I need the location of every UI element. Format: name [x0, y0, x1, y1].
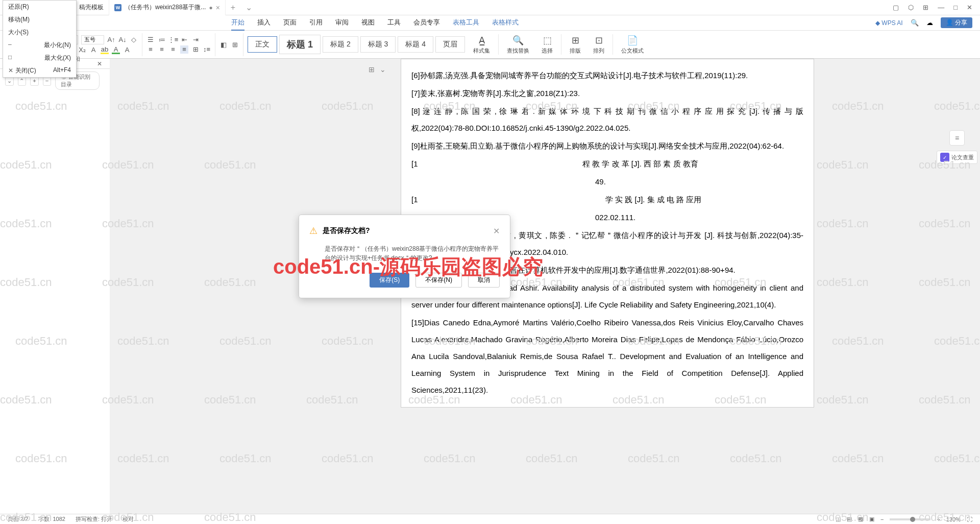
tab-modified-dot: ● — [209, 4, 212, 11]
status-words: 字数: 1082 — [38, 515, 65, 523]
select-button[interactable]: ⬚选择 — [537, 35, 557, 55]
tab-list-button[interactable]: ⌄ — [240, 3, 257, 12]
cancel-button[interactable]: 取消 — [468, 273, 500, 288]
reference-7: [7]姜末,张嘉树.宠物寄养[J].东北之窗,2018(Z1):23. — [411, 85, 803, 102]
gongwen-button[interactable]: 📄公文模式 — [617, 35, 648, 55]
tab-document[interactable]: W （任务书）weixin288基于微... ● × — [109, 0, 226, 15]
status-view3-icon[interactable]: ▦ — [858, 516, 863, 522]
dialog-close-icon[interactable]: ✕ — [493, 226, 500, 236]
close-button[interactable]: ✕ — [967, 4, 972, 11]
reference-9: [9]杜雨荃,王晓菊,田立勤.基于微信小程序的网上购物系统的设计与实现[J].网… — [411, 137, 803, 154]
style-h3[interactable]: 标题 3 — [360, 36, 396, 53]
menu-minimize[interactable]: –最小化(N) — [3, 39, 76, 52]
menu-maximize[interactable]: □最大化(X) — [3, 52, 76, 64]
clear-format-icon[interactable]: ◇ — [130, 36, 138, 44]
menu-review[interactable]: 审阅 — [335, 15, 349, 31]
menu-table-tools[interactable]: 表格工具 — [453, 15, 479, 31]
find-replace-button[interactable]: 🔍查找替换 — [503, 35, 533, 55]
align-justify-icon[interactable]: ≡ — [180, 45, 188, 54]
menu-member[interactable]: 会员专享 — [413, 15, 440, 31]
statusbar: 页面 2/2 字数: 1082 拼写检查: 打开 校对 ◫ ▤ ▦ ▣ − + … — [0, 514, 980, 524]
font-effect-icon[interactable]: A — [123, 46, 131, 54]
reference-6: [6]孙郁露,汤克强.具备宠物同城寄养平台功能的交互式网站设计[J].电子技术与… — [411, 67, 803, 84]
distribute-icon[interactable]: ⊞ — [191, 45, 200, 54]
word-icon: W — [114, 4, 121, 11]
menu-insert[interactable]: 插入 — [257, 15, 271, 31]
minimize-button[interactable]: — — [938, 4, 944, 11]
increase-indent-icon[interactable]: ⇥ — [191, 36, 200, 44]
maximize-button[interactable]: □ — [953, 4, 958, 11]
nav-close-icon[interactable]: ✕ — [97, 60, 102, 67]
no-save-button[interactable]: 不保存(N) — [415, 273, 462, 288]
reference-8: [8] 逯 连 静 , 陈 国 荣 , 徐 琳 君 . 新 媒 体 环 境 下 … — [411, 103, 803, 136]
document-area[interactable]: ⊞ ⌄ [6]孙郁露,汤克强.具备宠物同城寄养平台功能的交互式网站设计[J].电… — [110, 59, 980, 514]
dialog-title: 是否保存文档? — [323, 226, 488, 235]
status-view4-icon[interactable]: ▣ — [869, 516, 874, 522]
style-set-button[interactable]: A̲样式集 — [469, 35, 494, 55]
subscript-icon[interactable]: X₂ — [78, 46, 86, 54]
menu-reference[interactable]: 引用 — [309, 15, 323, 31]
bullets-icon[interactable]: ☰ — [146, 36, 155, 44]
left-panel: 目录 章节 书签 查找和替换 ✕ ⌄ ⌃ + − ◎ 智能识别目录 — [0, 59, 110, 514]
highlight-icon[interactable]: ab — [101, 46, 109, 54]
status-expand-icon[interactable]: ⛶ — [967, 516, 972, 522]
borders-icon[interactable]: ⊞ — [231, 40, 239, 49]
arrange-button[interactable]: ⊡排列 — [589, 35, 608, 55]
view-grid-icon[interactable]: ⊞ — [369, 65, 375, 74]
style-page-header[interactable]: 页眉 — [435, 36, 465, 53]
wps-ai-button[interactable]: ◆ WPS AI — [875, 19, 903, 27]
status-proof: 校对 — [122, 515, 134, 523]
style-h1[interactable]: 标题 1 — [279, 35, 321, 54]
sort-button[interactable]: ⊞排版 — [566, 35, 585, 55]
reference-10a: [1xxxxxxxxxxxxxxxxxxxxxxxxxxxxxxxxxxxxxx… — [411, 155, 803, 172]
zoom-in-icon[interactable]: + — [937, 516, 940, 522]
cloud-icon[interactable]: ☁ — [926, 19, 933, 27]
menu-tools[interactable]: 工具 — [387, 15, 401, 31]
save-dialog: ⚠ 是否保存文档? ✕ 是否保存对＂（任务书）weixin288基于微信小程序的… — [299, 215, 510, 298]
increase-font-icon[interactable]: A↑ — [107, 36, 115, 44]
style-body[interactable]: 正文 — [248, 36, 277, 53]
font-color-icon[interactable]: A — [89, 46, 97, 54]
save-button[interactable]: 保存(S) — [370, 273, 409, 288]
app-icon-3[interactable]: ⊞ — [923, 4, 928, 11]
status-view2-icon[interactable]: ▤ — [847, 516, 852, 522]
fill-color-icon[interactable]: A — [112, 46, 120, 54]
decrease-font-icon[interactable]: A↓ — [118, 36, 127, 44]
share-button[interactable]: 👤 分享 — [941, 17, 972, 28]
align-left-icon[interactable]: ≡ — [146, 45, 155, 54]
menu-close[interactable]: ✕关闭(C)Alt+F4 — [3, 64, 76, 77]
toolbar: ✂ 📋 A↑ A↓ ◇ B I U A̶ X² X₂ A ab A A ☰ ≔ … — [0, 31, 980, 59]
menu-move[interactable]: 移动(M) — [3, 13, 76, 26]
menu-size[interactable]: 大小(S) — [3, 26, 76, 39]
view-dropdown-icon[interactable]: ⌄ — [380, 65, 386, 74]
menubar: ⌄ ↶ ↷ 开始 插入 页面 引用 审阅 视图 工具 会员专享 表格工具 表格样… — [0, 15, 980, 31]
style-h4[interactable]: 标题 4 — [398, 36, 433, 53]
right-icon-1[interactable]: ≡ — [949, 130, 965, 146]
style-h2[interactable]: 标题 2 — [323, 36, 358, 53]
size-select[interactable] — [81, 35, 104, 44]
right-sidebar: ≡ ✓论文查重 — [937, 130, 977, 164]
line-spacing-icon[interactable]: ↕≡ — [203, 45, 211, 54]
tab-close-icon[interactable]: × — [216, 4, 220, 12]
app-icon-2[interactable]: ⬡ — [908, 4, 914, 11]
menu-start[interactable]: 开始 — [231, 15, 244, 31]
reference-15: [15]Dias Canedo Edna,Aymoré Martins Valé… — [411, 314, 803, 398]
search-icon[interactable]: 🔍 — [911, 19, 919, 27]
menu-view[interactable]: 视图 — [361, 15, 375, 31]
tab-add-button[interactable]: + — [226, 3, 240, 12]
align-center-icon[interactable]: ≡ — [158, 45, 166, 54]
zoom-out-icon[interactable]: − — [880, 516, 884, 522]
zoom-level[interactable]: 130% — [946, 516, 961, 522]
menu-restore[interactable]: 还原(R) — [3, 1, 76, 13]
status-view1-icon[interactable]: ◫ — [836, 516, 841, 522]
multilevel-icon[interactable]: ⋮≡ — [169, 36, 177, 44]
numbering-icon[interactable]: ≔ — [158, 36, 166, 44]
shading-icon[interactable]: ◧ — [219, 40, 228, 49]
app-icon-1[interactable]: ▢ — [893, 4, 899, 11]
menu-page[interactable]: 页面 — [283, 15, 297, 31]
decrease-indent-icon[interactable]: ⇤ — [180, 36, 188, 44]
align-right-icon[interactable]: ≡ — [169, 45, 177, 54]
reference-10b: 育xxxxxxxxxxxxxxxxxxxxxxxxxxxxxxxxxxxxxxx… — [411, 173, 803, 190]
menu-table-style[interactable]: 表格样式 — [492, 15, 519, 31]
thesis-check-button[interactable]: ✓论文查重 — [937, 151, 977, 164]
